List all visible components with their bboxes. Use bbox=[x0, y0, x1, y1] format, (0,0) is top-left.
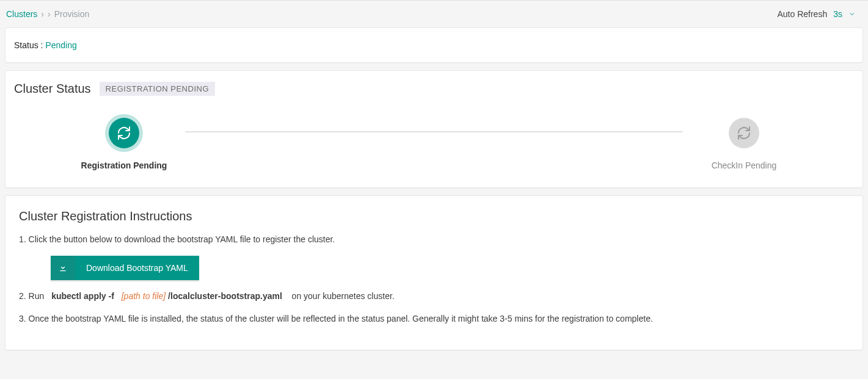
instruction-step-2: 2. Run kubectl apply -f [path to file] /… bbox=[19, 290, 849, 303]
status-value: Pending bbox=[45, 40, 76, 50]
instructions-card: Cluster Registration Instructions 1. Cli… bbox=[5, 195, 863, 350]
status-stepper: Registration Pending CheckIn Pending bbox=[14, 118, 854, 170]
step-registration: Registration Pending bbox=[63, 118, 185, 170]
auto-refresh-select[interactable]: Auto Refresh 3s bbox=[777, 9, 856, 19]
status-card: Status : Pending bbox=[5, 27, 863, 63]
cluster-status-title: Cluster Status bbox=[14, 82, 91, 96]
cluster-status-badge: REGISTRATION PENDING bbox=[100, 82, 215, 96]
breadcrumb-sep-icon: › bbox=[48, 9, 51, 19]
breadcrumb-root-link[interactable]: Clusters bbox=[6, 9, 37, 19]
auto-refresh-value: 3s bbox=[833, 9, 842, 19]
status-label: Status : bbox=[14, 40, 43, 50]
step-registration-label: Registration Pending bbox=[81, 161, 167, 170]
chevron-down-icon bbox=[848, 10, 856, 18]
step-checkin-label: CheckIn Pending bbox=[712, 161, 777, 170]
kubectl-command: kubectl apply -f bbox=[51, 290, 114, 303]
instructions-title: Cluster Registration Instructions bbox=[19, 209, 849, 223]
step-checkin: CheckIn Pending bbox=[683, 118, 805, 170]
bootstrap-filename: /localcluster-bootstrap.yaml bbox=[168, 290, 282, 303]
breadcrumb-current: Provision bbox=[54, 9, 90, 19]
download-button-label: Download Bootstrap YAML bbox=[75, 263, 199, 273]
refresh-icon bbox=[729, 118, 759, 148]
cluster-status-card: Cluster Status REGISTRATION PENDING Regi… bbox=[5, 70, 863, 188]
instruction-step-1: 1. Click the button below to download th… bbox=[19, 233, 849, 246]
instruction-step-3: 3. Once the bootstrap YAML file is insta… bbox=[19, 312, 849, 325]
path-placeholder: [path to file] bbox=[122, 290, 166, 303]
auto-refresh-label: Auto Refresh bbox=[777, 9, 827, 19]
download-icon bbox=[51, 256, 75, 280]
download-bootstrap-yaml-button[interactable]: Download Bootstrap YAML bbox=[51, 256, 199, 280]
refresh-icon bbox=[109, 118, 139, 148]
breadcrumb-sep-icon: › bbox=[41, 9, 44, 19]
breadcrumb: Clusters › › Provision bbox=[6, 9, 89, 19]
stepper-connector bbox=[185, 131, 683, 132]
